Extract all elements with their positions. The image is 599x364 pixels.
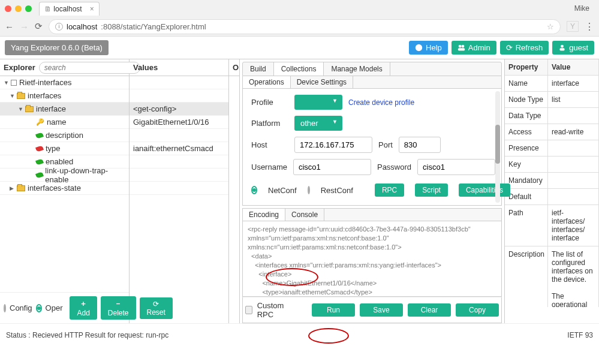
values-panel: Values <get-config>GigabitEthernet1/0/16… (130, 59, 229, 323)
tree-twisty[interactable]: ▶ (10, 185, 16, 191)
value-cell[interactable] (130, 155, 228, 169)
value-cell[interactable]: GigabitEthernet1/0/16 (130, 116, 228, 129)
prop-key: Key (505, 157, 548, 173)
rpc-output[interactable]: <rpc-reply message-id="urn:uuid:cd8460c3… (242, 221, 502, 297)
prop-value (548, 189, 599, 205)
bookmark-icon[interactable]: ☆ (547, 22, 554, 31)
copy-button[interactable]: Copy (456, 303, 499, 317)
script-button[interactable]: Script (415, 183, 448, 197)
tree-label: enabled (46, 157, 73, 166)
tab-operations[interactable]: Operations (243, 76, 291, 88)
tree-node[interactable]: link-up-down-trap-enable (0, 169, 129, 182)
password-input[interactable] (417, 159, 495, 175)
prop-value: ietf-interfaces/ interfaces/ interface (548, 205, 599, 246)
add-button[interactable]: ＋ Add (70, 296, 97, 320)
close-window-icon[interactable] (5, 5, 11, 12)
scrollbar[interactable] (495, 91, 500, 203)
value-cell[interactable] (130, 182, 228, 195)
browser-menu-icon[interactable]: ⋮ (585, 21, 594, 32)
values-heading: Values (133, 63, 158, 72)
tree-node[interactable]: ▼interface (0, 103, 129, 116)
url-rest: :8088/static/YangExplorer.html (101, 22, 206, 31)
app-title: Yang Explorer 0.6.0 (Beta) (5, 40, 109, 55)
prop-value: read-write (548, 124, 599, 140)
tab-manage-models[interactable]: Manage Models (324, 62, 390, 76)
svg-point-2 (461, 45, 464, 48)
capabilities-button[interactable]: Capabilities (459, 183, 510, 197)
info-icon[interactable]: i (55, 23, 63, 31)
minimize-window-icon[interactable] (15, 5, 22, 12)
tab-collections[interactable]: Collections (274, 62, 324, 76)
value-cell[interactable] (130, 129, 228, 142)
platform-select[interactable]: other (294, 116, 342, 131)
value-cell[interactable]: <get-config> (130, 103, 228, 116)
property-panel: Property Value NameinterfaceNode Typelis… (505, 59, 599, 323)
value-cell[interactable] (130, 169, 228, 182)
username-label: Username (251, 163, 287, 172)
host-input[interactable] (294, 137, 372, 153)
folder-icon (17, 93, 25, 99)
reload-icon[interactable]: ⟳ (35, 21, 43, 32)
netconf-label: NetConf (268, 186, 297, 195)
netconf-radio[interactable] (251, 186, 257, 194)
prop-key: Mandatory (505, 173, 548, 189)
tree-twisty[interactable]: ▼ (18, 106, 24, 112)
explorer-heading: Explorer (4, 63, 35, 72)
tab-build[interactable]: Build (243, 62, 274, 76)
clear-button[interactable]: Clear (408, 303, 451, 317)
value-cell[interactable] (130, 76, 228, 89)
port-input[interactable] (399, 137, 441, 153)
browser-tab[interactable]: 🗎 localhost × (39, 2, 100, 16)
close-tab-icon[interactable]: × (90, 5, 94, 13)
tree-label: Rietf-interfaces (19, 78, 71, 87)
username-input[interactable] (293, 159, 371, 175)
tree-label: interface (36, 104, 66, 113)
y-extension-icon[interactable]: Y (567, 21, 579, 32)
tree-twisty[interactable]: ▼ (10, 93, 16, 99)
rpc-button[interactable]: RPC (375, 183, 404, 197)
user-label: Mike (574, 4, 594, 13)
guest-button[interactable]: guest (552, 41, 594, 55)
run-button[interactable]: Run (312, 303, 355, 317)
profile-select[interactable] (294, 95, 342, 110)
tab-device-settings[interactable]: Device Settings (291, 76, 353, 88)
tree-label: name (47, 118, 67, 127)
window-controls[interactable] (5, 5, 32, 12)
main-tabs: Build Collections Manage Models (242, 62, 502, 76)
value-cell[interactable]: ianaift:ethernetCsmacd (130, 142, 228, 155)
tree-node[interactable]: description (0, 129, 129, 142)
tree-node[interactable]: type (0, 142, 129, 155)
help-button[interactable]: Help (409, 41, 448, 55)
value-cell[interactable] (130, 89, 228, 103)
forward-icon[interactable]: → (20, 22, 29, 32)
tree-node[interactable]: 🔑name (0, 116, 129, 129)
back-icon[interactable]: ← (5, 22, 14, 32)
save-button[interactable]: Save (360, 303, 403, 317)
folder-icon (17, 185, 25, 191)
svg-point-0 (416, 44, 422, 51)
tab-encoding[interactable]: Encoding (243, 209, 285, 221)
password-label: Password (377, 163, 411, 172)
admin-button[interactable]: Admin (451, 41, 496, 55)
address-bar[interactable]: i localhost:8088/static/YangExplorer.htm… (49, 19, 561, 34)
prop-key: Default (505, 189, 548, 205)
restconf-radio[interactable] (308, 186, 310, 194)
model-tree[interactable]: ▼Rietf-interfaces▼interfaces▼interface🔑n… (0, 76, 129, 195)
tree-node[interactable]: ▼Rietf-interfaces (0, 76, 129, 89)
tree-node[interactable]: ▼interfaces (0, 89, 129, 103)
config-radio[interactable] (4, 304, 6, 312)
module-icon (11, 80, 17, 86)
create-profile-link[interactable]: Create device profile (348, 98, 414, 107)
folder-icon (25, 106, 34, 112)
app-toolbar: Yang Explorer 0.6.0 (Beta) Help Admin ⟳R… (0, 37, 599, 59)
explorer-search-input[interactable] (39, 62, 140, 74)
leaf-icon (35, 172, 44, 179)
tab-console[interactable]: Console (285, 209, 324, 221)
maximize-window-icon[interactable] (25, 5, 32, 12)
status-right: IETF 93 (567, 331, 593, 339)
tree-twisty[interactable]: ▼ (4, 80, 10, 86)
refresh-button[interactable]: ⟳Refresh (500, 41, 549, 55)
custom-rpc-checkbox[interactable] (245, 306, 252, 314)
oper-label: Oper (46, 303, 63, 312)
oper-radio[interactable] (36, 304, 42, 312)
